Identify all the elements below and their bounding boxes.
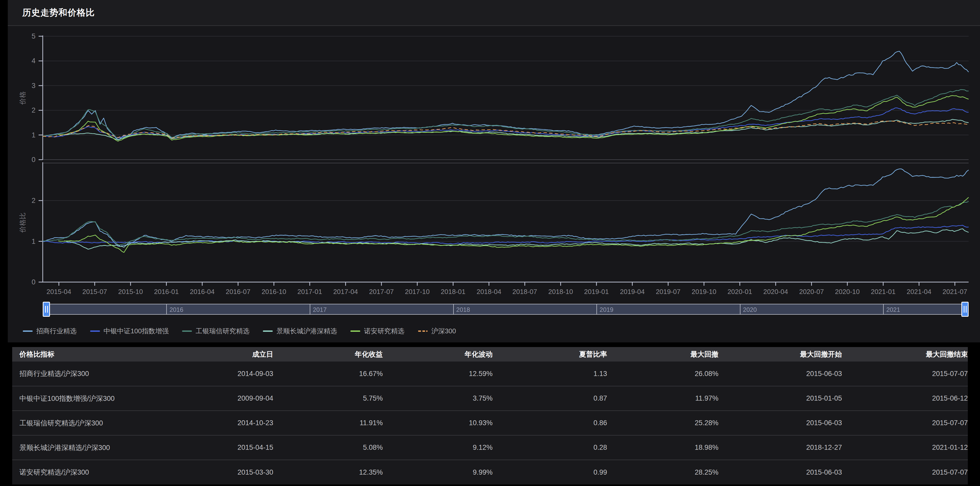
table-column-header: 成立日 [169, 347, 273, 362]
y-tick-label: 1 [32, 131, 35, 139]
table-row: 诺安研究精选/沪深3002015-03-3012.35%9.99%0.9928.… [12, 460, 968, 484]
slider-handle-left[interactable] [43, 302, 50, 317]
table-column-header: 最大回撤 [607, 347, 718, 362]
table-cell: 2015-06-03 [718, 460, 842, 484]
table-cell: 11.97% [607, 386, 718, 411]
legend-line-marker [350, 330, 360, 332]
legend-line-marker [90, 330, 100, 332]
table-cell: 0.86 [493, 411, 607, 435]
x-tick-label: 2017-10 [405, 288, 430, 295]
price-and-ratio-chart[interactable]: 0123450122015-042015-072015-102016-01201… [8, 26, 980, 300]
slider-year-divider [597, 304, 597, 314]
table-cell: 2015-06-03 [718, 362, 842, 386]
table-row: 招商行业精选/沪深3002014-09-0316.67%12.59%1.1326… [12, 362, 968, 386]
table-cell: 28.25% [607, 460, 718, 484]
table-cell: 2015-06-03 [718, 411, 842, 435]
slider-year-divider [310, 304, 310, 314]
x-tick-label: 2015-10 [118, 288, 143, 295]
legend-line-marker [23, 330, 33, 332]
table-cell: 2015-07-07 [842, 460, 968, 484]
slider-year-divider [883, 304, 884, 314]
table-column-header: 年化波动 [383, 347, 493, 362]
x-tick-label: 2018-04 [477, 288, 501, 295]
table-cell: 2015-03-30 [169, 460, 273, 484]
legend-item[interactable]: 中银中证100指数增强 [90, 327, 169, 336]
x-tick-label: 2016-04 [190, 288, 215, 295]
legend-item[interactable]: 工银瑞信研究精选 [182, 327, 250, 336]
x-tick-label: 2019-01 [584, 288, 609, 295]
slider-year-label: 2016 [169, 306, 183, 313]
x-tick-label: 2019-04 [620, 288, 644, 295]
x-tick-label: 2021-04 [907, 288, 931, 295]
table-row: 工银瑞信研究精选/沪深3002014-10-2311.91%10.93%0.86… [12, 411, 968, 435]
x-tick-label: 2017-01 [298, 288, 322, 295]
x-tick-label: 2020-10 [835, 288, 859, 295]
x-tick-label: 2020-01 [727, 288, 752, 295]
x-tick-label: 2017-04 [333, 288, 358, 295]
table-cell: 26.08% [607, 362, 718, 386]
table-header-row: 价格比指标成立日年化收益年化波动夏普比率最大回撤最大回撤开始最大回撤结束 [12, 347, 968, 362]
x-tick-label: 2018-01 [441, 288, 465, 295]
series-line [43, 108, 969, 139]
x-tick-label: 2017-07 [369, 288, 394, 295]
legend-label: 景顺长城沪港深精选 [276, 327, 337, 336]
table-row: 中银中证100指数增强/沪深3002009-09-045.75%3.75%0.8… [12, 386, 968, 411]
table-cell: 2018-12-27 [718, 435, 842, 460]
table-cell: 18.98% [607, 435, 718, 460]
table-cell: 2015-07-07 [842, 362, 968, 386]
slider-year-label: 2021 [886, 306, 900, 313]
legend-line-marker [182, 330, 192, 332]
titlebar: 历史走势和价格比 [8, 0, 980, 26]
x-tick-label: 2021-01 [871, 288, 895, 295]
table-column-header: 年化收益 [273, 347, 383, 362]
legend-label: 沪深300 [431, 327, 456, 336]
y-tick-label: 0 [32, 156, 35, 164]
y-tick-label: 4 [32, 57, 35, 65]
slider-track[interactable]: 201620172018201920202021 [43, 304, 969, 315]
x-tick-label: 2015-07 [82, 288, 107, 295]
legend-item[interactable]: 景顺长城沪港深精选 [263, 327, 337, 336]
table-cell: 中银中证100指数增强/沪深300 [12, 386, 169, 411]
y-tick-label: 2 [32, 106, 35, 114]
table-cell: 1.13 [493, 362, 607, 386]
legend-item[interactable]: 诺安研究精选 [350, 327, 404, 336]
y-axis-title-price: 价格 [19, 91, 26, 105]
table-column-header: 夏普比率 [493, 347, 607, 362]
table-cell: 0.87 [493, 386, 607, 411]
x-tick-label: 2019-10 [692, 288, 716, 295]
x-tick-label: 2015-04 [47, 288, 71, 295]
series-line [43, 201, 969, 245]
table-cell: 2009-09-04 [169, 386, 273, 411]
slider-handle-right[interactable] [961, 302, 969, 317]
table-cell: 5.75% [273, 386, 383, 411]
legend-item[interactable]: 招商行业精选 [23, 327, 77, 336]
table-column-header: 最大回撤结束 [842, 347, 968, 362]
legend-label: 招商行业精选 [36, 327, 77, 336]
table-column-header: 最大回撤开始 [718, 347, 842, 362]
table-cell: 16.67% [273, 362, 383, 386]
y-tick-label: 1 [32, 238, 35, 245]
table-cell: 25.28% [607, 411, 718, 435]
slider-year-divider [453, 304, 454, 314]
slider-year-label: 2019 [600, 306, 613, 313]
table-cell: 景顺长城沪港深精选/沪深300 [12, 435, 169, 460]
table-cell: 10.93% [383, 411, 493, 435]
table-cell: 招商行业精选/沪深300 [12, 362, 169, 386]
x-tick-label: 2018-07 [512, 288, 537, 295]
table-cell: 2015-01-05 [718, 386, 842, 411]
x-tick-label: 2020-04 [763, 288, 788, 295]
x-tick-label: 2020-07 [799, 288, 824, 295]
x-tick-label: 2021-07 [942, 288, 967, 295]
time-range-slider: 201620172018201920202021 [8, 300, 980, 319]
y-tick-label: 2 [32, 197, 35, 205]
y-tick-label: 5 [32, 32, 35, 40]
page: 历史走势和价格比 0123450122015-042015-072015-102… [0, 0, 980, 486]
x-tick-label: 2016-07 [226, 288, 250, 295]
legend-label: 中银中证100指数增强 [103, 327, 169, 336]
y-tick-label: 0 [32, 278, 35, 286]
slider-year-label: 2018 [457, 306, 470, 313]
table-cell: 2015-06-12 [842, 386, 968, 411]
table-row: 景顺长城沪港深精选/沪深3002015-04-155.08%9.12%0.281… [12, 435, 968, 460]
table-cell: 2015-07-07 [842, 411, 968, 435]
legend-item[interactable]: 沪深300 [418, 327, 456, 336]
